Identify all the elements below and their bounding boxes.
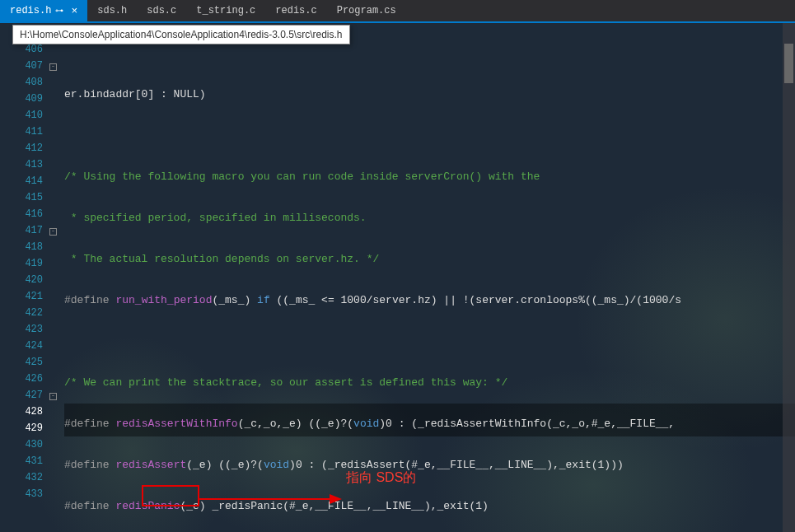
tab-program-cs[interactable]: Program.cs bbox=[327, 0, 406, 21]
annotation-text: 指向 SDS的 bbox=[346, 469, 416, 487]
code-line: #define redisAssert(_e) ((_e)?(void)0 : … bbox=[64, 457, 795, 474]
tab-label: sds.h bbox=[97, 5, 127, 16]
code-line: /* We can print the stacktrace, so our a… bbox=[64, 375, 795, 391]
code-line: /* Using the following macro you can run… bbox=[64, 169, 795, 185]
close-icon[interactable]: × bbox=[71, 5, 77, 17]
path-tooltip: H:\Home\ConsoleApplication4\ConsoleAppli… bbox=[12, 25, 350, 44]
code-editor[interactable]: 4054064074084094104114124134144154164174… bbox=[0, 23, 795, 532]
code-line: er.bindaddr[0] : NULL) bbox=[64, 86, 795, 103]
annotation-arrow bbox=[198, 494, 346, 514]
code-line: #define redisAssertWithInfo(_c,_o,_e) ((… bbox=[64, 416, 795, 432]
line-number-gutter: 4054064074084094104114124134144154164174… bbox=[0, 23, 48, 532]
tab-label: Program.cs bbox=[337, 5, 396, 16]
fold-toggle[interactable]: - bbox=[49, 63, 57, 71]
tab-bar: redis.h ⊶ × sds.h sds.c t_string.c redis… bbox=[0, 0, 795, 23]
code-line: * The actual resolution depends on serve… bbox=[64, 251, 795, 268]
tab-label: t_string.c bbox=[196, 5, 255, 16]
tab-label: redis.h bbox=[10, 5, 51, 16]
code-line: * specified period, specified in millise… bbox=[64, 210, 795, 226]
fold-toggle[interactable]: - bbox=[49, 228, 57, 236]
code-line bbox=[64, 334, 795, 350]
fold-toggle[interactable]: - bbox=[49, 393, 57, 400]
tab-redis-h[interactable]: redis.h ⊶ × bbox=[0, 0, 87, 21]
tab-label: sds.c bbox=[147, 5, 176, 16]
tab-t-string-c[interactable]: t_string.c bbox=[186, 0, 265, 21]
tab-sds-c[interactable]: sds.c bbox=[137, 0, 186, 21]
annotation-box bbox=[142, 485, 199, 506]
pin-icon[interactable]: ⊶ bbox=[55, 6, 63, 16]
code-area[interactable]: er.bindaddr[0] : NULL) /* Using the foll… bbox=[64, 23, 795, 532]
code-line bbox=[64, 128, 795, 144]
code-line: #define run_with_period(_ms_) if ((_ms_ … bbox=[64, 292, 795, 309]
svg-marker-1 bbox=[330, 494, 342, 504]
fold-column[interactable]: --- bbox=[48, 23, 64, 532]
scrollbar-thumb[interactable] bbox=[784, 44, 793, 83]
tab-redis-c[interactable]: redis.c bbox=[265, 0, 326, 21]
tab-label: redis.c bbox=[275, 5, 316, 16]
tab-sds-h[interactable]: sds.h bbox=[87, 0, 137, 21]
